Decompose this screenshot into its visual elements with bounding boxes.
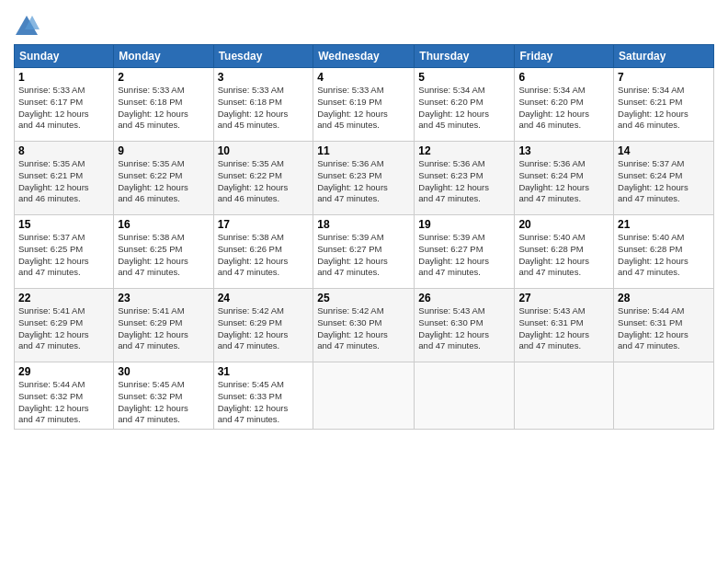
calendar-cell: 8Sunrise: 5:35 AM Sunset: 6:21 PM Daylig… <box>15 142 114 215</box>
weekday-sunday: Sunday <box>15 45 114 68</box>
calendar-cell: 6Sunrise: 5:34 AM Sunset: 6:20 PM Daylig… <box>515 68 614 142</box>
calendar-body: 1Sunrise: 5:33 AM Sunset: 6:17 PM Daylig… <box>15 68 714 430</box>
calendar-cell: 27Sunrise: 5:43 AM Sunset: 6:31 PM Dayli… <box>515 289 614 362</box>
calendar-cell: 24Sunrise: 5:42 AM Sunset: 6:29 PM Dayli… <box>213 289 313 362</box>
calendar-cell: 28Sunrise: 5:44 AM Sunset: 6:31 PM Dayli… <box>614 289 714 362</box>
day-number: 19 <box>418 218 510 231</box>
day-number: 7 <box>618 71 710 84</box>
day-info: Sunrise: 5:45 AM Sunset: 6:33 PM Dayligh… <box>218 379 310 426</box>
day-number: 2 <box>118 71 209 84</box>
day-info: Sunrise: 5:40 AM Sunset: 6:28 PM Dayligh… <box>618 232 710 279</box>
day-info: Sunrise: 5:40 AM Sunset: 6:28 PM Dayligh… <box>518 232 609 279</box>
calendar-cell: 11Sunrise: 5:36 AM Sunset: 6:23 PM Dayli… <box>313 142 415 215</box>
calendar-cell <box>614 362 714 430</box>
day-info: Sunrise: 5:33 AM Sunset: 6:19 PM Dayligh… <box>317 85 410 132</box>
day-info: Sunrise: 5:39 AM Sunset: 6:27 PM Dayligh… <box>317 232 410 279</box>
day-info: Sunrise: 5:36 AM Sunset: 6:23 PM Dayligh… <box>418 158 510 205</box>
day-info: Sunrise: 5:42 AM Sunset: 6:29 PM Dayligh… <box>218 305 310 352</box>
calendar-cell: 4Sunrise: 5:33 AM Sunset: 6:19 PM Daylig… <box>313 68 415 142</box>
day-number: 23 <box>118 292 209 304</box>
day-number: 15 <box>18 218 109 231</box>
calendar-cell: 5Sunrise: 5:34 AM Sunset: 6:20 PM Daylig… <box>415 68 515 142</box>
calendar-cell: 2Sunrise: 5:33 AM Sunset: 6:18 PM Daylig… <box>114 68 213 142</box>
calendar-cell: 9Sunrise: 5:35 AM Sunset: 6:22 PM Daylig… <box>114 142 213 215</box>
day-info: Sunrise: 5:34 AM Sunset: 6:20 PM Dayligh… <box>418 85 510 132</box>
day-number: 11 <box>317 144 410 157</box>
day-info: Sunrise: 5:35 AM Sunset: 6:22 PM Dayligh… <box>118 158 209 205</box>
calendar-cell: 29Sunrise: 5:44 AM Sunset: 6:32 PM Dayli… <box>15 362 114 430</box>
day-number: 21 <box>618 218 710 231</box>
day-info: Sunrise: 5:41 AM Sunset: 6:29 PM Dayligh… <box>118 305 209 352</box>
day-info: Sunrise: 5:44 AM Sunset: 6:31 PM Dayligh… <box>618 305 710 352</box>
day-number: 30 <box>118 365 209 378</box>
day-number: 5 <box>418 71 510 84</box>
day-info: Sunrise: 5:33 AM Sunset: 6:18 PM Dayligh… <box>118 85 209 132</box>
calendar-cell: 1Sunrise: 5:33 AM Sunset: 6:17 PM Daylig… <box>15 68 114 142</box>
calendar-cell: 30Sunrise: 5:45 AM Sunset: 6:32 PM Dayli… <box>114 362 213 430</box>
calendar-cell: 19Sunrise: 5:39 AM Sunset: 6:27 PM Dayli… <box>415 215 515 289</box>
day-info: Sunrise: 5:37 AM Sunset: 6:25 PM Dayligh… <box>18 232 109 279</box>
calendar-cell: 25Sunrise: 5:42 AM Sunset: 6:30 PM Dayli… <box>313 289 415 362</box>
logo-icon <box>14 13 40 39</box>
day-info: Sunrise: 5:42 AM Sunset: 6:30 PM Dayligh… <box>317 305 410 352</box>
day-number: 8 <box>18 144 109 157</box>
weekday-monday: Monday <box>114 45 213 68</box>
weekday-friday: Friday <box>515 45 614 68</box>
day-number: 6 <box>518 71 609 84</box>
weekday-wednesday: Wednesday <box>313 45 415 68</box>
page-container: SundayMondayTuesdayWednesdayThursdayFrid… <box>0 0 728 439</box>
day-info: Sunrise: 5:39 AM Sunset: 6:27 PM Dayligh… <box>418 232 510 279</box>
day-number: 25 <box>317 292 410 304</box>
day-number: 16 <box>118 218 209 231</box>
weekday-tuesday: Tuesday <box>213 45 313 68</box>
day-info: Sunrise: 5:34 AM Sunset: 6:20 PM Dayligh… <box>518 85 609 132</box>
calendar-cell <box>515 362 614 430</box>
calendar-cell: 14Sunrise: 5:37 AM Sunset: 6:24 PM Dayli… <box>614 142 714 215</box>
day-info: Sunrise: 5:34 AM Sunset: 6:21 PM Dayligh… <box>618 85 710 132</box>
day-number: 17 <box>218 218 310 231</box>
calendar-cell: 17Sunrise: 5:38 AM Sunset: 6:26 PM Dayli… <box>213 215 313 289</box>
calendar-cell <box>313 362 415 430</box>
day-info: Sunrise: 5:35 AM Sunset: 6:21 PM Dayligh… <box>18 158 109 205</box>
day-number: 1 <box>18 71 109 84</box>
calendar-cell: 21Sunrise: 5:40 AM Sunset: 6:28 PM Dayli… <box>614 215 714 289</box>
calendar-cell: 10Sunrise: 5:35 AM Sunset: 6:22 PM Dayli… <box>213 142 313 215</box>
day-info: Sunrise: 5:36 AM Sunset: 6:23 PM Dayligh… <box>317 158 410 205</box>
weekday-thursday: Thursday <box>415 45 515 68</box>
weekday-saturday: Saturday <box>614 45 714 68</box>
day-number: 4 <box>317 71 410 84</box>
day-info: Sunrise: 5:35 AM Sunset: 6:22 PM Dayligh… <box>218 158 310 205</box>
calendar-cell: 18Sunrise: 5:39 AM Sunset: 6:27 PM Dayli… <box>313 215 415 289</box>
day-number: 27 <box>518 292 609 304</box>
calendar-cell: 23Sunrise: 5:41 AM Sunset: 6:29 PM Dayli… <box>114 289 213 362</box>
calendar-cell: 12Sunrise: 5:36 AM Sunset: 6:23 PM Dayli… <box>415 142 515 215</box>
day-info: Sunrise: 5:43 AM Sunset: 6:31 PM Dayligh… <box>518 305 609 352</box>
day-info: Sunrise: 5:33 AM Sunset: 6:18 PM Dayligh… <box>218 85 310 132</box>
day-info: Sunrise: 5:41 AM Sunset: 6:29 PM Dayligh… <box>18 305 109 352</box>
day-info: Sunrise: 5:44 AM Sunset: 6:32 PM Dayligh… <box>18 379 109 426</box>
calendar-cell: 16Sunrise: 5:38 AM Sunset: 6:25 PM Dayli… <box>114 215 213 289</box>
weekday-header-row: SundayMondayTuesdayWednesdayThursdayFrid… <box>15 45 714 68</box>
calendar-cell: 22Sunrise: 5:41 AM Sunset: 6:29 PM Dayli… <box>15 289 114 362</box>
day-number: 31 <box>218 365 310 378</box>
day-number: 9 <box>118 144 209 157</box>
day-number: 14 <box>618 144 710 157</box>
calendar-table: SundayMondayTuesdayWednesdayThursdayFrid… <box>14 44 714 430</box>
day-number: 28 <box>618 292 710 304</box>
calendar-cell: 3Sunrise: 5:33 AM Sunset: 6:18 PM Daylig… <box>213 68 313 142</box>
calendar-cell: 20Sunrise: 5:40 AM Sunset: 6:28 PM Dayli… <box>515 215 614 289</box>
day-info: Sunrise: 5:33 AM Sunset: 6:17 PM Dayligh… <box>18 85 109 132</box>
calendar-cell <box>415 362 515 430</box>
day-info: Sunrise: 5:37 AM Sunset: 6:24 PM Dayligh… <box>618 158 710 205</box>
day-number: 12 <box>418 144 510 157</box>
day-number: 26 <box>418 292 510 304</box>
calendar-cell: 26Sunrise: 5:43 AM Sunset: 6:30 PM Dayli… <box>415 289 515 362</box>
calendar-cell: 13Sunrise: 5:36 AM Sunset: 6:24 PM Dayli… <box>515 142 614 215</box>
header <box>14 9 714 39</box>
day-info: Sunrise: 5:38 AM Sunset: 6:25 PM Dayligh… <box>118 232 209 279</box>
day-number: 13 <box>518 144 609 157</box>
calendar-cell: 15Sunrise: 5:37 AM Sunset: 6:25 PM Dayli… <box>15 215 114 289</box>
day-number: 22 <box>18 292 109 304</box>
day-number: 10 <box>218 144 310 157</box>
day-info: Sunrise: 5:43 AM Sunset: 6:30 PM Dayligh… <box>418 305 510 352</box>
